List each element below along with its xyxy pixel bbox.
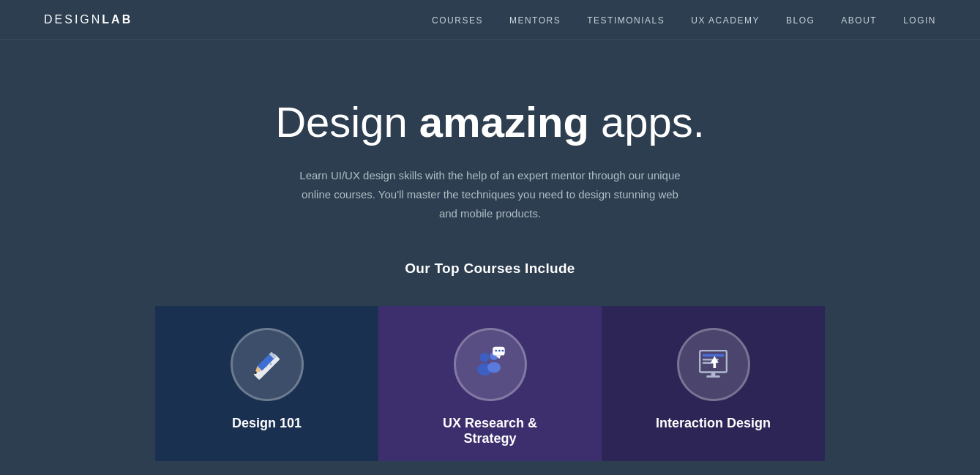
logo-lab: LAB <box>102 13 132 26</box>
courses-heading: Our Top Courses Include <box>405 261 575 277</box>
card-design-101-title: Design 101 <box>232 416 302 431</box>
nav-item-login[interactable]: LOGIN <box>903 15 936 26</box>
hero-title-end: apps. <box>589 98 705 146</box>
design-icon <box>247 344 287 384</box>
nav-item-blog[interactable]: BLOG <box>786 15 815 26</box>
svg-rect-19 <box>703 354 724 357</box>
ux-research-icon <box>470 344 510 384</box>
logo-design: DESIGN <box>44 13 102 26</box>
svg-rect-24 <box>706 375 719 378</box>
card-design-101-icon-circle <box>231 328 304 401</box>
svg-point-15 <box>495 350 497 352</box>
hero-subtitle: Learn UI/UX design skills with the help … <box>293 166 688 224</box>
card-design-101[interactable]: Design 101 <box>155 306 378 461</box>
svg-point-9 <box>480 353 490 362</box>
card-ux-research[interactable]: UX Research &Strategy <box>378 306 602 461</box>
svg-point-16 <box>498 350 501 352</box>
nav-item-mentors[interactable]: MENTORS <box>509 15 561 26</box>
card-ux-research-title: UX Research &Strategy <box>443 416 537 446</box>
card-interaction-design[interactable]: Interaction Design <box>602 306 825 461</box>
hero-title-bold: amazing <box>419 98 589 146</box>
card-interaction-design-title: Interaction Design <box>656 416 771 431</box>
nav-links: COURSES MENTORS TESTIMONIALS UX ACADEMY … <box>432 13 936 26</box>
svg-point-17 <box>502 350 504 352</box>
hero-title: Design amazing apps. <box>275 99 705 146</box>
nav-item-testimonials[interactable]: TESTIMONIALS <box>587 15 665 26</box>
cards-container: Design 101 <box>0 306 980 461</box>
svg-point-12 <box>487 362 501 373</box>
hero-title-start: Design <box>275 98 419 146</box>
card-ux-research-icon-circle <box>454 328 527 401</box>
hero-section: Design amazing apps. Learn UI/UX design … <box>0 40 980 475</box>
nav-item-about[interactable]: ABOUT <box>841 15 877 26</box>
card-interaction-design-icon-circle <box>677 328 750 401</box>
interaction-design-icon <box>693 344 733 384</box>
navbar: DESIGN LAB COURSES MENTORS TESTIMONIALS … <box>0 0 980 40</box>
nav-item-ux-academy[interactable]: UX ACADEMY <box>691 15 760 26</box>
nav-item-courses[interactable]: COURSES <box>432 15 483 26</box>
logo[interactable]: DESIGN LAB <box>44 13 132 26</box>
svg-marker-22 <box>711 356 719 369</box>
